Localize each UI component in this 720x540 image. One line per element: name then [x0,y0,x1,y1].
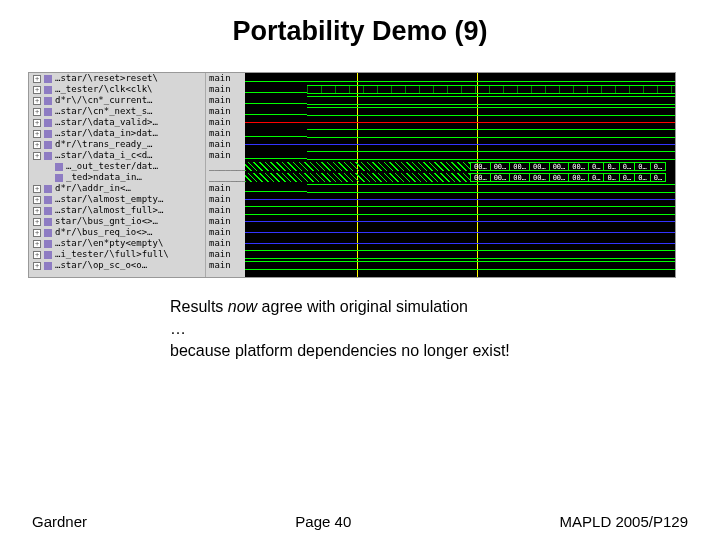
tree-toggle-icon[interactable]: + [33,218,41,226]
signal-icon [44,141,52,149]
data-cell: 00… [509,162,530,171]
signal-value: ___________ [206,161,245,172]
signal-name: +…star/\data_valid>… [29,117,205,128]
footer-center: Page 40 [295,513,351,530]
signal-name: +d*r/\addr_in<… [29,183,205,194]
data-cell: 0… [588,162,604,171]
signal-name: +…star/\data_in>dat… [29,128,205,139]
data-cell: 0… [603,162,619,171]
signal-name: +…star/\op_sc_o<o… [29,260,205,271]
footer: Gardner Page 40 MAPLD 2005/P129 [0,513,720,530]
signal-value: main [206,205,245,216]
signal-value: main [206,73,245,84]
signal-name: +…star/\reset>reset\ [29,73,205,84]
tree-toggle-icon[interactable]: + [33,251,41,259]
signal-icon [44,152,52,160]
tree-toggle-icon[interactable]: + [33,86,41,94]
signal-value: main [206,139,245,150]
data-cell: 00… [470,162,491,171]
signal-name: +…star/\almost_empty… [29,194,205,205]
data-cell: 0… [619,173,635,182]
signal-icon [44,119,52,127]
signal-name: +…star/\almost_full>… [29,205,205,216]
signal-value: main [206,95,245,106]
tree-toggle-icon[interactable]: + [33,207,41,215]
signal-name: +…_tester/\clk<clk\ [29,84,205,95]
signal-value: main [206,84,245,95]
waveform-track [245,95,675,106]
signal-value: main [206,194,245,205]
waveform-track [245,249,675,260]
waveform-track: 00…00…00…00…00…00…0…0…0…0…0… [245,161,675,172]
signal-icon [44,251,52,259]
signal-icon [44,86,52,94]
data-cell: 0… [634,162,650,171]
caption-line-2: … [170,318,510,340]
signal-icon [44,185,52,193]
signal-icon [55,174,63,182]
tree-toggle-icon[interactable]: + [33,196,41,204]
waveform-track [245,238,675,249]
waveform-track [245,216,675,227]
waveform-track [245,73,675,84]
signal-value: main [206,183,245,194]
signal-icon [55,163,63,171]
signal-icon [44,97,52,105]
signal-name: +star/\bus_gnt_io<>… [29,216,205,227]
data-cell: 00… [568,173,589,182]
signal-icon [44,240,52,248]
tree-toggle-icon[interactable]: + [33,97,41,105]
tree-toggle-icon[interactable]: + [33,108,41,116]
tree-toggle-icon[interactable]: + [33,262,41,270]
signal-name: +d*r/\bus_req_io<>… [29,227,205,238]
tree-toggle-icon[interactable]: + [33,240,41,248]
signal-name: +…star/\cn*_next_s… [29,106,205,117]
signal-name-column: +…star/\reset>reset\+…_tester/\clk<clk\+… [29,73,205,277]
signal-name: …_out_tester/dat… [29,161,205,172]
caption: Results now agree with original simulati… [170,296,510,362]
waveform-track [245,183,675,194]
data-cell: 00… [490,162,511,171]
signal-value: main [206,106,245,117]
waveform-pane: 00…00…00…00…00…00…0…0…0…0…0…00…00…00…00…… [245,73,675,277]
data-cell: 0… [603,173,619,182]
tree-toggle-icon[interactable]: + [33,229,41,237]
signal-name: +d*r\/\cn*_current… [29,95,205,106]
tree-toggle-icon[interactable]: + [33,152,41,160]
tree-toggle-icon[interactable]: + [33,185,41,193]
signal-name: +…star/\en*pty<empty\ [29,238,205,249]
tree-toggle-icon[interactable]: + [33,130,41,138]
signal-icon [44,229,52,237]
data-cell: 00… [470,173,491,182]
waveform-track [245,84,675,95]
signal-value: main [206,117,245,128]
slide-title: Portability Demo (9) [0,0,720,55]
signal-icon [44,108,52,116]
signal-value: main [206,238,245,249]
data-cell: 0… [634,173,650,182]
waveform-track [245,150,675,161]
tree-toggle-icon[interactable]: + [33,119,41,127]
waveform-track [245,227,675,238]
signal-value: main [206,128,245,139]
tree-toggle-icon[interactable]: + [33,75,41,83]
data-cell: 0… [619,162,635,171]
signal-icon [44,130,52,138]
data-cell: 0… [650,162,666,171]
signal-icon [44,196,52,204]
signal-value: main [206,260,245,271]
tree-toggle-icon[interactable]: + [33,141,41,149]
waveform-track [245,117,675,128]
data-cell: 00… [529,162,550,171]
waveform-track [245,106,675,117]
footer-right: MAPLD 2005/P129 [560,513,688,530]
signal-icon [44,75,52,83]
signal-value: ___________ [206,172,245,183]
signal-icon [44,207,52,215]
slide: Portability Demo (9) +…star/\reset>reset… [0,0,720,540]
waveform-track [245,205,675,216]
signal-value: main [206,227,245,238]
signal-name: +d*r/\trans_ready_… [29,139,205,150]
sim-screenshot: +…star/\reset>reset\+…_tester/\clk<clk\+… [28,72,676,278]
data-cell: 0… [650,173,666,182]
